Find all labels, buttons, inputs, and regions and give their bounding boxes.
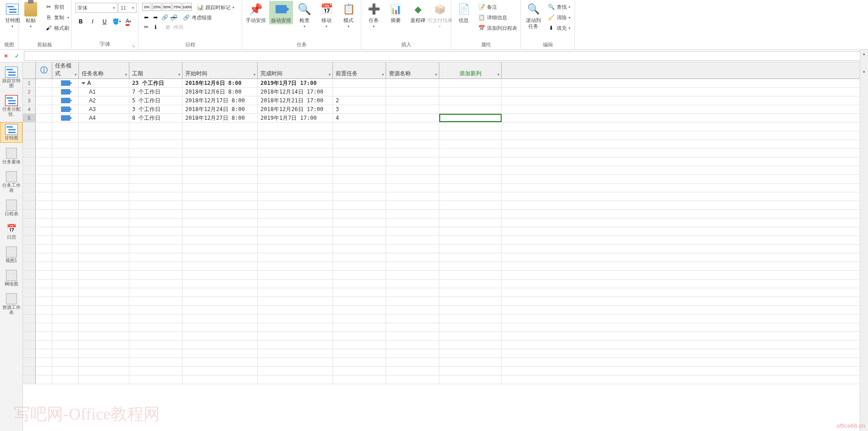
cell-info[interactable] xyxy=(36,88,52,96)
cell-info[interactable] xyxy=(36,105,52,113)
sidebar-network[interactable]: 网络图 xyxy=(0,269,22,288)
table-row-empty[interactable] xyxy=(23,245,868,253)
cell-info[interactable] xyxy=(36,114,52,122)
table-row-empty[interactable] xyxy=(23,210,868,218)
row-header[interactable] xyxy=(23,157,36,166)
cell-finish[interactable]: 2018年12月21日 17:00 xyxy=(258,96,333,105)
table-row-empty[interactable] xyxy=(23,175,868,184)
cell-info[interactable] xyxy=(36,96,52,105)
table-row-empty[interactable] xyxy=(23,349,868,358)
table-row-empty[interactable] xyxy=(23,218,868,227)
pct-0-button[interactable]: 0% xyxy=(142,3,151,11)
format-painter-button[interactable]: 🖌格式刷 xyxy=(43,23,71,33)
formula-input[interactable] xyxy=(24,51,866,61)
cell-finish[interactable]: 2018年12月26日 17:00 xyxy=(258,105,333,113)
outdent-button[interactable]: ⬅ xyxy=(142,13,150,22)
row-header[interactable]: 2 xyxy=(23,88,36,96)
col-header-duration[interactable]: 工期▾ xyxy=(129,62,182,78)
cell-start[interactable]: 2018年12月17日 8:00 xyxy=(182,96,258,105)
cell-resources[interactable] xyxy=(386,88,439,96)
summary-button[interactable]: 📊 摘要 xyxy=(385,1,406,24)
mark-on-track-button[interactable]: 📊跟踪时标记▾ xyxy=(194,3,236,11)
table-row[interactable]: 2A17 个工作日2018年12月6日 8:002018年12月14日 17:0… xyxy=(23,88,868,96)
cell-mode[interactable] xyxy=(52,105,79,113)
indent-button[interactable]: ➡ xyxy=(151,13,160,22)
copy-button[interactable]: ⎘复制▾ xyxy=(43,12,71,22)
cell-finish[interactable]: 2018年12月14日 17:00 xyxy=(258,88,333,96)
mode-button[interactable]: 📋 模式 ▾ xyxy=(338,1,359,29)
table-row-empty[interactable] xyxy=(23,262,868,271)
vertical-scrollbar[interactable]: ▴ ▴ xyxy=(860,50,868,431)
cell-predecessors[interactable]: 4 xyxy=(333,114,386,122)
table-row-empty[interactable] xyxy=(23,280,868,288)
details-button[interactable]: 📋详细信息 xyxy=(476,12,519,22)
move-button[interactable]: 📅 移动 ▾ xyxy=(316,1,337,29)
row-header[interactable] xyxy=(23,184,36,192)
col-header-predecessors[interactable]: 前置任务▾ xyxy=(333,62,386,78)
cell-predecessors[interactable] xyxy=(333,79,386,87)
cell-predecessors[interactable] xyxy=(333,88,386,96)
row-header[interactable] xyxy=(23,262,36,270)
row-header[interactable] xyxy=(23,297,36,305)
table-row[interactable]: 4A33 个工作日2018年12月24日 8:002018年12月26日 17:… xyxy=(23,105,868,114)
cell-finish[interactable]: 2019年1月7日 17:00 xyxy=(258,79,333,87)
row-header[interactable] xyxy=(23,227,36,235)
col-header-resources[interactable]: 资源名称▾ xyxy=(386,62,439,78)
sidebar-timeline[interactable]: 日程表 xyxy=(0,198,22,218)
table-row-empty[interactable] xyxy=(23,314,868,323)
info-button[interactable]: ℹ xyxy=(151,23,160,31)
add-to-timeline-button[interactable]: 📅添加到日程表 xyxy=(476,23,519,33)
col-header-info[interactable]: ⓘ xyxy=(36,62,52,78)
cell-mode[interactable] xyxy=(52,88,79,96)
row-header[interactable]: 1 xyxy=(23,79,36,87)
table-row-empty[interactable] xyxy=(23,201,868,210)
row-header[interactable] xyxy=(23,314,36,323)
cell-start[interactable]: 2018年12月27日 8:00 xyxy=(182,114,258,122)
milestone-button[interactable]: ◆ 里程碑 xyxy=(407,1,428,24)
split-button[interactable]: ✂ xyxy=(142,23,150,31)
font-name-combo[interactable]: 宋体 xyxy=(75,3,117,13)
pct-25-button[interactable]: 25% xyxy=(152,3,161,11)
row-header[interactable] xyxy=(23,192,36,201)
manual-schedule-button[interactable]: 📌 手动安排 xyxy=(244,1,268,24)
cell-name[interactable]: A4 xyxy=(79,114,129,122)
table-row-empty[interactable] xyxy=(23,271,868,280)
row-header[interactable] xyxy=(23,210,36,218)
collapse-ribbon-button[interactable]: ▴ xyxy=(860,50,868,58)
sidebar-resource-sheet[interactable]: 资源工作表 xyxy=(0,292,22,317)
cell-name[interactable]: A3 xyxy=(79,105,129,113)
row-header[interactable] xyxy=(23,175,36,183)
table-row-empty[interactable] xyxy=(23,375,868,384)
bold-button[interactable]: B xyxy=(75,17,86,27)
cell-duration[interactable]: 3 个工作日 xyxy=(129,105,182,113)
table-row[interactable]: 3A25 个工作日2018年12月17日 8:002018年12月21日 17:… xyxy=(23,96,868,105)
cell-add[interactable] xyxy=(439,96,502,105)
table-row[interactable]: 5A48 个工作日2018年12月27日 8:002019年1月7日 17:00… xyxy=(23,114,868,123)
cell-duration[interactable]: 23 个工作日 xyxy=(129,79,182,87)
cell-name[interactable]: A1 xyxy=(79,88,129,96)
unlink-button[interactable]: 🔗 xyxy=(170,13,178,22)
sidebar-task-sheet[interactable]: 任务工作表 xyxy=(0,170,22,195)
cut-button[interactable]: ✂剪切 xyxy=(43,2,71,12)
table-row-empty[interactable] xyxy=(23,323,868,332)
find-button[interactable]: 🔍查找▾ xyxy=(546,2,572,12)
table-row-empty[interactable] xyxy=(23,297,868,306)
sidebar-tracking-gantt[interactable]: 跟踪甘特图 xyxy=(0,65,22,90)
notes-button[interactable]: 📝备注 xyxy=(476,2,519,12)
row-header[interactable] xyxy=(23,218,36,227)
underline-button[interactable]: U xyxy=(99,17,110,27)
select-all-corner[interactable] xyxy=(23,62,36,78)
cell-add[interactable] xyxy=(439,88,502,96)
table-row-empty[interactable] xyxy=(23,131,868,140)
row-header[interactable] xyxy=(23,271,36,279)
cell-duration[interactable]: 8 个工作日 xyxy=(129,114,182,122)
row-header[interactable] xyxy=(23,280,36,288)
cell-mode[interactable] xyxy=(52,114,79,122)
sidebar-view1[interactable]: 视图1 xyxy=(0,245,22,265)
scroll-to-task-button[interactable]: 🔍 滚动到任务 xyxy=(523,1,544,30)
row-header[interactable] xyxy=(23,323,36,331)
information-button[interactable]: 📄 信息 xyxy=(453,1,474,24)
table-row-empty[interactable] xyxy=(23,149,868,157)
row-header[interactable] xyxy=(23,253,36,262)
col-header-mode[interactable]: 任务模式▾ xyxy=(52,62,79,78)
